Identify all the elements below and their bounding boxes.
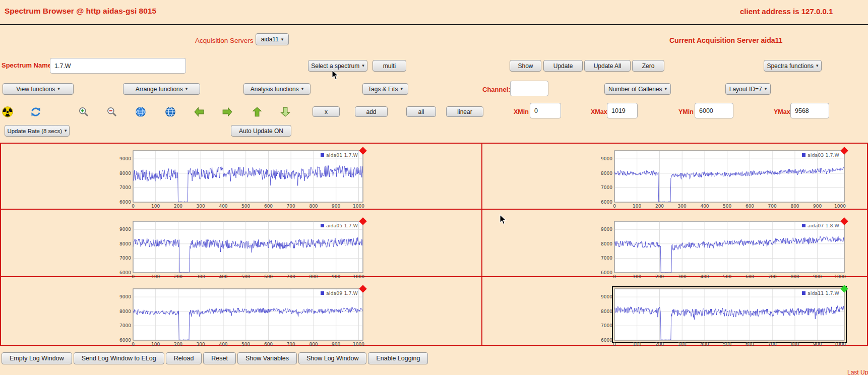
reset-button[interactable]: Reset — [203, 352, 236, 364]
auto-update-button[interactable]: Auto Update ON — [231, 125, 291, 137]
reload-button[interactable]: Reload — [166, 352, 202, 364]
show-variables-button[interactable]: Show Variables — [237, 352, 297, 364]
arrow-right-icon[interactable] — [222, 106, 233, 117]
tags-fits-label: Tags & Fits — [368, 86, 398, 93]
xmin-input[interactable] — [530, 103, 561, 118]
ymax-input[interactable] — [790, 103, 829, 118]
number-of-galleries-label: Number of Galleries — [608, 86, 662, 93]
svg-text:6000: 6000 — [601, 338, 612, 343]
spectra-functions-label: Spectra functions — [767, 62, 814, 70]
spectrum-chart: aida05 1.7.W 010020030040050060070080090… — [114, 215, 372, 280]
svg-text:8000: 8000 — [119, 241, 131, 246]
acquisition-servers-label: Acquisition Servers — [195, 37, 254, 44]
svg-text:800: 800 — [790, 342, 799, 347]
spectra-functions-button[interactable]: Spectra functions ▾ — [764, 60, 822, 72]
spectrum-panel-aida07[interactable]: aida07 1.8.W 010020030040050060070080090… — [482, 210, 867, 277]
channel-label: Channel: — [482, 86, 511, 93]
svg-text:300: 300 — [197, 342, 205, 347]
gallery-grid: aida01 1.7.W 010020030040050060070080090… — [0, 143, 868, 346]
empty-log-window-button[interactable]: Empty Log Window — [2, 352, 72, 364]
svg-text:9000: 9000 — [119, 294, 131, 299]
analysis-functions-button[interactable]: Analysis functions ▾ — [243, 83, 311, 95]
spectrum-panel-aida05[interactable]: aida05 1.7.W 010020030040050060070080090… — [1, 210, 482, 277]
svg-text:7000: 7000 — [119, 256, 131, 261]
tags-fits-button[interactable]: Tags & Fits ▾ — [362, 83, 408, 95]
last-update-label: Last Up — [847, 369, 868, 375]
svg-text:8000: 8000 — [601, 171, 612, 176]
legend-swatch — [321, 291, 324, 295]
xmin-label: XMin — [514, 108, 529, 115]
xmax-input[interactable] — [607, 103, 638, 118]
svg-text:400: 400 — [219, 204, 227, 209]
legend-label: aida01 1.7.W — [326, 152, 358, 158]
svg-text:1000: 1000 — [353, 342, 364, 347]
update-all-button[interactable]: Update All — [584, 60, 631, 72]
globe-alt-icon[interactable] — [165, 106, 176, 117]
arrow-down-icon[interactable] — [280, 106, 291, 117]
cursor-pointer — [500, 214, 507, 225]
svg-text:1000: 1000 — [834, 342, 846, 347]
send-log-to-elog-button[interactable]: Send Log Window to ELog — [74, 352, 164, 364]
cursor-pointer — [332, 70, 339, 81]
svg-text:0: 0 — [613, 342, 616, 347]
select-spectrum-label: Select a spectrum — [311, 62, 359, 70]
globe-icon[interactable] — [135, 106, 146, 117]
chevron-down-icon: ▾ — [765, 87, 767, 91]
server-select-value: aida11 — [261, 36, 279, 43]
arrow-left-icon[interactable] — [194, 106, 205, 117]
server-select[interactable]: aida11 ▾ — [256, 33, 289, 45]
svg-text:100: 100 — [151, 204, 160, 209]
view-functions-label: View functions — [16, 86, 55, 93]
update-button[interactable]: Update — [543, 60, 583, 72]
svg-text:8000: 8000 — [119, 171, 131, 176]
ymin-label: YMin — [678, 108, 694, 115]
all-button[interactable]: all — [406, 106, 436, 117]
svg-text:700: 700 — [287, 342, 295, 347]
legend-swatch — [321, 153, 324, 157]
svg-text:100: 100 — [633, 342, 641, 347]
spectrum-panel-aida11[interactable]: aida11 1.7.W 010020030040050060070080090… — [482, 277, 867, 345]
svg-text:8000: 8000 — [119, 309, 131, 314]
show-log-window-button[interactable]: Show Log Window — [298, 352, 367, 364]
svg-text:600: 600 — [264, 342, 273, 347]
arrow-up-icon[interactable] — [252, 106, 263, 117]
refresh-icon[interactable] — [30, 106, 41, 117]
svg-text:700: 700 — [768, 204, 777, 209]
spectrum-name-input[interactable] — [50, 58, 186, 74]
arrange-functions-button[interactable]: Arrange functions ▾ — [123, 83, 200, 95]
page-title: Spectrum Browser @ http aidas-gsi 8015 — [5, 7, 156, 16]
xmax-label: XMax — [591, 108, 607, 115]
number-of-galleries-button[interactable]: Number of Galleries ▾ — [604, 83, 671, 95]
chevron-down-icon: ▾ — [816, 64, 819, 68]
svg-text:500: 500 — [241, 204, 250, 209]
zoom-out-icon[interactable] — [106, 106, 117, 117]
zoom-in-icon[interactable] — [78, 106, 89, 117]
svg-text:900: 900 — [813, 204, 822, 209]
channel-input[interactable] — [510, 81, 548, 96]
x-button[interactable]: x — [313, 106, 340, 117]
svg-text:9000: 9000 — [119, 227, 131, 232]
spectrum-panel-aida01[interactable]: aida01 1.7.W 010020030040050060070080090… — [1, 144, 482, 210]
spectrum-name-label: Spectrum Name: — [2, 61, 53, 69]
multi-button[interactable]: multi — [373, 60, 406, 72]
svg-text:500: 500 — [241, 342, 250, 347]
linear-button[interactable]: linear — [446, 106, 483, 117]
ymax-label: YMax — [774, 108, 790, 115]
spectrum-panel-aida09[interactable]: aida09 1.7.W 010020030040050060070080090… — [1, 277, 482, 345]
show-button[interactable]: Show — [510, 60, 541, 72]
add-button[interactable]: add — [355, 106, 388, 117]
svg-text:300: 300 — [678, 204, 687, 209]
layout-id-button[interactable]: Layout ID=7 ▾ — [725, 83, 771, 95]
update-rate-button[interactable]: Update Rate (8 secs) ▾ — [5, 125, 70, 137]
svg-text:800: 800 — [309, 342, 318, 347]
view-functions-button[interactable]: View functions ▾ — [3, 83, 74, 95]
ymin-input[interactable] — [695, 103, 733, 118]
enable-logging-button[interactable]: Enable Logging — [368, 352, 428, 364]
zero-button[interactable]: Zero — [632, 60, 664, 72]
chevron-down-icon: ▾ — [281, 37, 284, 42]
svg-text:200: 200 — [174, 342, 182, 347]
legend-label: aida03 1.7.W — [808, 152, 840, 158]
spectrum-panel-aida03[interactable]: aida03 1.7.W 010020030040050060070080090… — [482, 144, 867, 210]
svg-text:9000: 9000 — [601, 156, 612, 161]
radiation-icon[interactable] — [2, 106, 13, 117]
